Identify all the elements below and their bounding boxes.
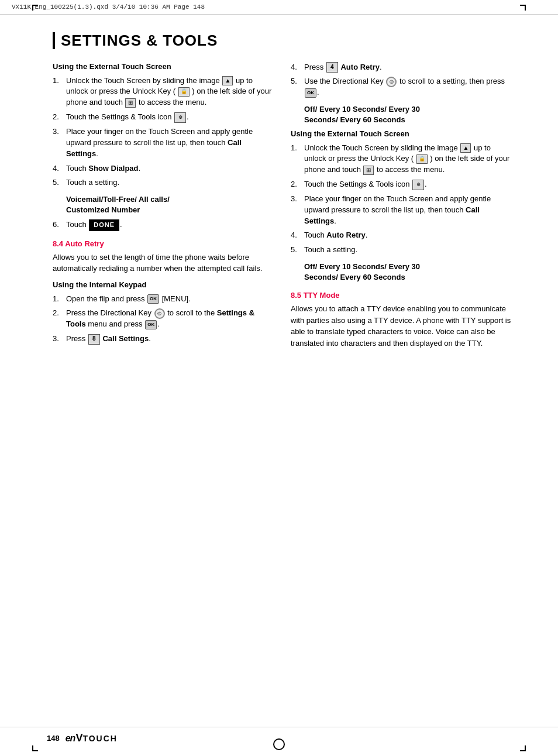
right-step-num-4: 4. [291, 62, 301, 73]
right-ext-step-3-content: Place your finger on the Touch Screen an… [304, 194, 511, 227]
arrow-up-icon-2: ▲ [460, 143, 471, 153]
step-num-6: 6. [53, 219, 63, 231]
left-step-1: 1. Unlock the Touch Screen by sliding th… [53, 75, 273, 109]
right-ext-steps-list: 1. Unlock the Touch Screen by sliding th… [291, 143, 511, 256]
directional-key-icon-2: ◎ [386, 77, 397, 87]
step-4-content: Touch Show Dialpad. [66, 163, 273, 174]
right-section2-body: Allows you to attach a TTY device enabli… [291, 303, 511, 349]
call-settings-label: Call Settings [66, 138, 242, 158]
logo-touch: TOUCH [82, 734, 118, 743]
right-ext-step-1-content: Unlock the Touch Screen by sliding the i… [304, 143, 511, 176]
call-settings-label-2: Call Settings [304, 205, 480, 225]
page-title: SETTINGS & TOOLS [53, 32, 511, 49]
call-settings-text-2: Call Settings [102, 334, 149, 343]
left-step6-list: 6. Touch DONE. [53, 219, 273, 231]
right-ext-step-3: 3. Place your finger on the Touch Screen… [291, 194, 511, 227]
done-button: DONE [89, 219, 119, 231]
step-num-4: 4. [53, 163, 63, 174]
right-step-4-content: Press 4 Auto Retry. [304, 62, 511, 73]
right-ext-step-5: 5. Touch a setting. [291, 245, 511, 256]
right-ext-step-num-2: 2. [291, 179, 301, 190]
right-ext-step-1: 1. Unlock the Touch Screen by sliding th… [291, 143, 511, 176]
right-ext-step-4-content: Touch Auto Retry. [304, 230, 511, 241]
corner-mark-tr [520, 5, 526, 11]
left-steps-list: 1. Unlock the Touch Screen by sliding th… [53, 75, 273, 189]
step-3-content: Place your finger on the Touch Screen an… [66, 126, 273, 160]
right-ext-step-num-1: 1. [291, 143, 301, 176]
right-section2-heading: 8.5 TTY Mode [291, 291, 511, 300]
internal-step-2: 2. Press the Directional Key ◎ to scroll… [53, 308, 273, 330]
page: VX11K_Eng_100225(1.3).qxd 3/4/10 10:36 A… [0, 0, 558, 756]
int-step-num-1: 1. [53, 294, 63, 305]
arrow-up-icon: ▲ [222, 76, 233, 85]
settings-tools-icon: ⚙ [174, 112, 186, 123]
unlock-key-icon-2: 🔒 [416, 154, 428, 164]
two-column-layout: Using the External Touch Screen 1. Unloc… [53, 62, 511, 355]
ok-icon-3: OK [305, 88, 316, 98]
left-step-6: 6. Touch DONE. [53, 219, 273, 231]
step-num-1: 1. [53, 75, 63, 109]
step-2-content: Touch the Settings & Tools icon ⚙. [66, 112, 273, 123]
right-steps-top: 4. Press 4 Auto Retry. 5. Use the Direct… [291, 62, 511, 99]
right-ext-step-num-3: 3. [291, 194, 301, 227]
main-content: SETTINGS & TOOLS Using the External Touc… [0, 15, 558, 378]
left-indented-note: Voicemail/Toll-Free/ All calls/Customize… [66, 194, 273, 215]
step-6-content: Touch DONE. [66, 219, 273, 231]
header-bar: VX11K_Eng_100225(1.3).qxd 3/4/10 10:36 A… [0, 0, 558, 15]
right-indented-note-1: Off/ Every 10 Seconds/ Every 30Seconds/ … [304, 104, 511, 125]
step-1-content: Unlock the Touch Screen by sliding the i… [66, 75, 273, 109]
left-column: Using the External Touch Screen 1. Unloc… [53, 62, 273, 355]
step-num-3: 3. [53, 126, 63, 160]
corner-mark-bl [32, 745, 38, 751]
int-step-num-3: 3. [53, 334, 63, 345]
corner-mark-br [520, 745, 526, 751]
left-section2-heading: 8.4 Auto Retry [53, 239, 273, 248]
int-step-num-2: 2. [53, 308, 63, 330]
logo-en: en [66, 733, 75, 744]
internal-keypad-heading: Using the Internal Keypad [53, 280, 273, 289]
left-step-3: 3. Place your finger on the Touch Screen… [53, 126, 273, 160]
page-number: 148 [47, 734, 60, 743]
int-step-3-content: Press 8 Call Settings. [66, 334, 273, 345]
bottom-center-circle [273, 738, 285, 750]
right-ext-screen-heading: Using the External Touch Screen [291, 129, 511, 138]
step-num-2: 2. [53, 112, 63, 123]
int-step-2-content: Press the Directional Key ◎ to scroll to… [66, 308, 273, 330]
right-step-5-content: Use the Directional Key ◎ to scroll to a… [304, 76, 511, 98]
unlock-key-icon: 🔒 [178, 87, 190, 97]
ok-icon-2: OK [145, 320, 157, 329]
right-ext-step-2: 2. Touch the Settings & Tools icon ⚙. [291, 179, 511, 190]
right-indented-note-2: Off/ Every 10 Seconds/ Every 30Seconds/ … [304, 262, 511, 283]
int-step-1-content: Open the flip and press OK [MENU]. [66, 294, 273, 305]
right-column: 4. Press 4 Auto Retry. 5. Use the Direct… [291, 62, 511, 355]
show-dialpad-label: Show Dialpad [88, 164, 138, 173]
left-section2-body: Allows you to set the length of time the… [53, 252, 273, 274]
step-5-content: Touch a setting. [66, 177, 273, 188]
left-step-5: 5. Touch a setting. [53, 177, 273, 188]
ok-icon-1: OK [147, 294, 159, 304]
menu-grid-icon: ⊞ [125, 98, 136, 108]
num-4-icon: 4 [326, 62, 338, 73]
logo-v: V [75, 732, 82, 744]
right-ext-step-4: 4. Touch Auto Retry. [291, 230, 511, 241]
left-step-2: 2. Touch the Settings & Tools icon ⚙. [53, 112, 273, 123]
file-info: VX11K_Eng_100225(1.3).qxd 3/4/10 10:36 A… [12, 4, 205, 11]
directional-key-icon-1: ◎ [154, 308, 165, 319]
menu-grid-icon-2: ⊞ [363, 166, 374, 175]
right-ext-step-num-4: 4. [291, 230, 301, 241]
internal-steps-list: 1. Open the flip and press OK [MENU]. 2.… [53, 294, 273, 345]
footer-logo: enVTOUCH [66, 732, 118, 744]
corner-mark-tl [32, 5, 38, 11]
right-step-5: 5. Use the Directional Key ◎ to scroll t… [291, 76, 511, 98]
auto-retry-label-1: Auto Retry [340, 63, 379, 71]
right-ext-step-num-5: 5. [291, 245, 301, 256]
right-step-num-5: 5. [291, 76, 301, 98]
num-8-icon: 8 [88, 334, 100, 345]
left-section1-heading: Using the External Touch Screen [53, 62, 273, 71]
right-step-4: 4. Press 4 Auto Retry. [291, 62, 511, 73]
auto-retry-label-2: Auto Retry [326, 231, 365, 239]
settings-tools-icon-2: ⚙ [412, 180, 424, 190]
right-ext-step-2-content: Touch the Settings & Tools icon ⚙. [304, 179, 511, 190]
left-step-4: 4. Touch Show Dialpad. [53, 163, 273, 174]
internal-step-1: 1. Open the flip and press OK [MENU]. [53, 294, 273, 305]
